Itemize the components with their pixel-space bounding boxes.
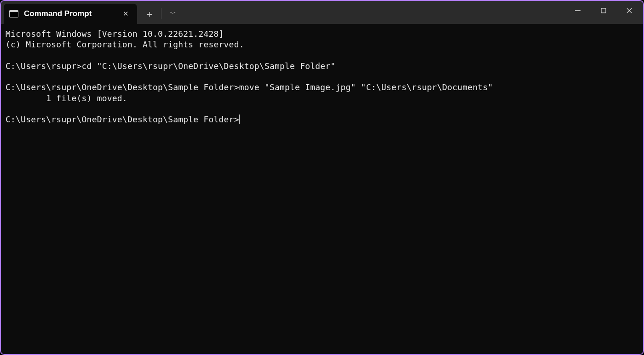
titlebar: Command Prompt ✕ ＋ ﹀ <box>1 1 643 24</box>
prompt: C:\Users\rsupr\OneDrive\Desktop\Sample F… <box>6 115 239 124</box>
terminal-line: 1 file(s) moved. <box>6 93 127 103</box>
new-tab-button[interactable]: ＋ <box>140 6 159 22</box>
close-window-button[interactable] <box>616 2 642 19</box>
terminal-line: (c) Microsoft Corporation. All rights re… <box>6 40 244 49</box>
divider <box>161 8 161 19</box>
cursor <box>239 115 240 124</box>
command: cd "C:\Users\rsupr\OneDrive\Desktop\Samp… <box>82 61 336 71</box>
active-tab[interactable]: Command Prompt ✕ <box>4 4 137 24</box>
prompt: C:\Users\rsupr> <box>6 61 82 71</box>
close-tab-button[interactable]: ✕ <box>120 9 132 19</box>
terminal-line: Microsoft Windows [Version 10.0.22621.24… <box>6 29 224 39</box>
tab-dropdown-button[interactable]: ﹀ <box>163 6 183 22</box>
window-controls <box>565 2 642 20</box>
command: move "Sample Image.jpg" "C:\Users\rsupr\… <box>239 82 493 92</box>
terminal-output[interactable]: Microsoft Windows [Version 10.0.22621.24… <box>1 24 643 354</box>
svg-rect-1 <box>601 8 606 13</box>
titlebar-actions: ＋ ﹀ <box>137 4 183 24</box>
minimize-button[interactable] <box>565 2 591 19</box>
prompt: C:\Users\rsupr\OneDrive\Desktop\Sample F… <box>6 82 239 92</box>
cmd-icon <box>9 10 18 17</box>
tab-title: Command Prompt <box>24 9 115 18</box>
maximize-button[interactable] <box>591 2 616 19</box>
